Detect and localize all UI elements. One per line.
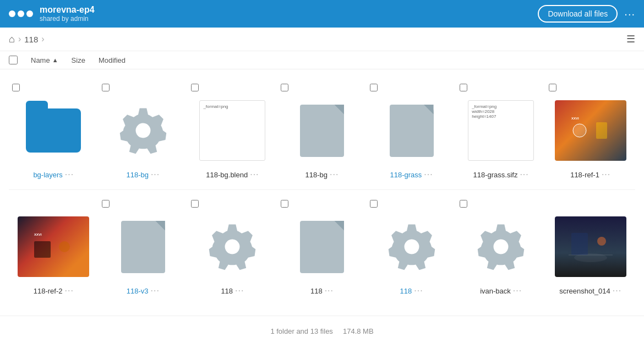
col-modified[interactable]: Modified bbox=[99, 56, 125, 64]
thumb-screenshot-svg bbox=[569, 230, 613, 263]
file-checkbox[interactable] bbox=[191, 200, 199, 208]
list-item: XXVI 118-ref-1 ··· bbox=[545, 78, 635, 185]
gear-icon-wrap[interactable] bbox=[105, 95, 182, 166]
home-icon[interactable]: ⌂ bbox=[9, 34, 15, 45]
thumb-icon-wrap[interactable]: XXVI bbox=[552, 95, 629, 166]
footer-summary: 1 folder and 13 files bbox=[270, 327, 332, 335]
project-name: morevna-ep4 bbox=[40, 5, 95, 15]
thumb3-icon-wrap[interactable] bbox=[552, 211, 629, 282]
header: morevna-ep4 shared by admin Download all… bbox=[0, 0, 644, 28]
folder-icon-wrap[interactable] bbox=[15, 95, 92, 166]
list-item: 118 ··· bbox=[188, 194, 277, 301]
sort-arrow-icon: ▲ bbox=[52, 57, 58, 63]
svg-point-1 bbox=[573, 124, 586, 137]
doc2-icon-wrap[interactable] bbox=[105, 211, 182, 282]
preview2-icon-wrap[interactable]: _format=pngwidth=2028height=1407 bbox=[462, 95, 539, 166]
footer-size: 174.8 MB bbox=[343, 327, 374, 335]
file-name: 118-ref-1 ··· bbox=[570, 170, 610, 180]
file-name: 118-grass ··· bbox=[390, 170, 433, 180]
svg-text:XXVI: XXVI bbox=[571, 117, 579, 120]
file-checkbox[interactable] bbox=[370, 200, 378, 208]
file-name: 118-bg ··· bbox=[126, 170, 160, 180]
file-name: 118-v3 ··· bbox=[127, 286, 160, 296]
list-item: XXVI 118-ref-2 ··· bbox=[9, 194, 99, 301]
file-name: 118 ··· bbox=[400, 286, 423, 296]
file-checkbox[interactable] bbox=[191, 84, 199, 91]
file-doc-icon bbox=[300, 105, 344, 157]
svg-point-11 bbox=[597, 237, 606, 246]
file-name: 118-grass.sifz ··· bbox=[473, 170, 529, 180]
file-thumbnail: XXVI bbox=[555, 100, 626, 161]
header-right: Download all files ··· bbox=[538, 5, 635, 23]
file-more-icon[interactable]: ··· bbox=[151, 170, 160, 180]
file-checkbox[interactable] bbox=[370, 84, 378, 91]
gear4-icon-wrap[interactable] bbox=[462, 211, 539, 282]
col-size[interactable]: Size bbox=[72, 56, 85, 64]
file-more-icon[interactable]: ··· bbox=[513, 286, 522, 296]
folder-icon bbox=[26, 108, 81, 153]
file-doc-icon-3 bbox=[300, 221, 344, 273]
file-checkbox[interactable] bbox=[102, 84, 110, 91]
shared-by: shared by admin bbox=[40, 15, 95, 23]
file-checkbox[interactable] bbox=[460, 200, 467, 208]
list-item: 118-bg ··· bbox=[99, 78, 188, 185]
file-checkbox[interactable] bbox=[549, 84, 556, 91]
file-name: 118 ··· bbox=[310, 286, 334, 296]
file-checkbox[interactable] bbox=[281, 200, 288, 208]
file-checkbox[interactable] bbox=[12, 84, 20, 91]
file-more-icon[interactable]: ··· bbox=[151, 286, 160, 296]
list-item: _format=png 118-bg.blend ··· bbox=[188, 78, 277, 185]
logo-circle-1 bbox=[9, 10, 15, 17]
gear4-icon bbox=[476, 222, 526, 271]
view-toggle-icon[interactable]: ☰ bbox=[626, 33, 635, 45]
preview-text: _format=png bbox=[203, 104, 261, 109]
header-left: morevna-ep4 shared by admin bbox=[9, 5, 95, 23]
svg-rect-2 bbox=[596, 122, 607, 139]
file-more-icon[interactable]: ··· bbox=[235, 286, 244, 296]
list-item: 118 ··· bbox=[277, 194, 367, 301]
gear2-icon-wrap[interactable] bbox=[194, 211, 271, 282]
file-checkbox[interactable] bbox=[102, 200, 110, 208]
file-more-icon[interactable]: ··· bbox=[520, 170, 528, 180]
file-preview-card: _format=png bbox=[199, 100, 265, 161]
svg-text:XXVI: XXVI bbox=[34, 233, 42, 236]
file-more-icon[interactable]: ··· bbox=[250, 170, 259, 180]
gear2-icon bbox=[208, 222, 257, 271]
preview-icon-wrap[interactable]: _format=png bbox=[194, 95, 271, 166]
breadcrumb: ⌂ › 118 › ☰ bbox=[0, 28, 644, 51]
file-more-icon[interactable]: ··· bbox=[602, 170, 610, 180]
list-item: screenshot_014 ··· bbox=[545, 194, 635, 301]
file-checkbox[interactable] bbox=[281, 84, 288, 91]
file-thumbnail-2: XXVI bbox=[18, 216, 89, 277]
file-more-icon[interactable]: ··· bbox=[64, 286, 73, 296]
footer: 1 folder and 13 files 174.8 MB bbox=[0, 316, 644, 346]
thumb2-icon-wrap[interactable]: XXVI bbox=[15, 211, 92, 282]
file-name: 118-bg ··· bbox=[305, 170, 339, 180]
file-checkbox[interactable] bbox=[460, 84, 467, 91]
file-grid: bg-layers ··· 118-bg ··· _format=png 118… bbox=[0, 69, 644, 310]
file-more-icon[interactable]: ··· bbox=[325, 286, 334, 296]
file-more-icon[interactable]: ··· bbox=[613, 286, 621, 296]
doc3-icon-wrap[interactable] bbox=[283, 211, 361, 282]
list-item: _format=pngwidth=2028height=1407 118-gra… bbox=[456, 78, 546, 185]
file-more-icon[interactable]: ··· bbox=[414, 286, 423, 296]
doc-icon-wrap[interactable] bbox=[283, 95, 361, 166]
list-item: 118-v3 ··· bbox=[99, 194, 188, 301]
list-item: 118 ··· bbox=[367, 194, 456, 301]
header-title: morevna-ep4 shared by admin bbox=[40, 5, 95, 23]
thumb-ref2-svg: XXVI bbox=[31, 230, 75, 263]
list-item: 118-bg ··· bbox=[277, 78, 367, 185]
list-item: bg-layers ··· bbox=[9, 78, 99, 185]
list-item: 118-grass ··· bbox=[367, 78, 456, 185]
breadcrumb-separator-2: › bbox=[41, 34, 44, 44]
download-all-button[interactable]: Download all files bbox=[538, 5, 618, 23]
file-name: 118-bg.blend ··· bbox=[206, 170, 259, 180]
file-more-icon[interactable]: ··· bbox=[424, 170, 433, 180]
file-more-icon[interactable]: ··· bbox=[65, 170, 74, 180]
doc-icon-wrap[interactable] bbox=[373, 95, 450, 166]
col-name[interactable]: Name ▲ bbox=[31, 56, 58, 64]
gear3-icon-wrap[interactable] bbox=[373, 211, 450, 282]
select-all-checkbox[interactable] bbox=[9, 56, 18, 64]
header-more-icon[interactable]: ··· bbox=[624, 8, 635, 20]
file-more-icon[interactable]: ··· bbox=[330, 170, 339, 180]
